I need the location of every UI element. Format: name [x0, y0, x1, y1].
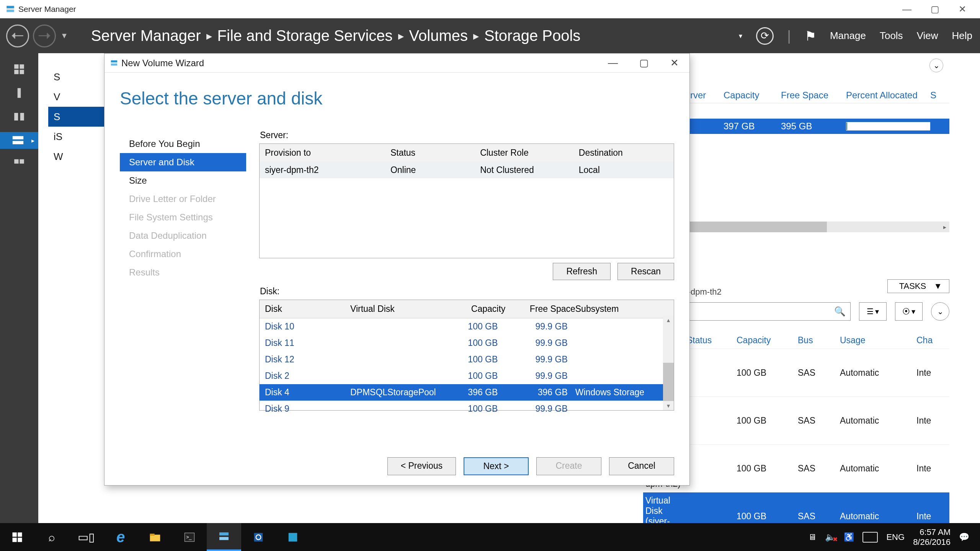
rail-more-icon[interactable] — [10, 156, 28, 173]
disk-scrollbar[interactable]: ▴ ▾ — [663, 315, 674, 410]
disk-row[interactable]: Disk 11100 GB99.9 GB — [260, 335, 674, 351]
scope-dropdown-icon[interactable]: ▾ — [739, 32, 742, 40]
tray-clock[interactable]: 6:57 AM 8/26/2016 — [913, 527, 951, 547]
menu-tools[interactable]: Tools — [880, 30, 903, 42]
rail-all-servers-icon[interactable] — [10, 108, 28, 125]
menu-help[interactable]: Help — [952, 30, 972, 42]
rail-local-server-icon[interactable] — [10, 85, 28, 101]
nav-dropdown-icon[interactable]: ▼ — [60, 31, 68, 40]
sh-role[interactable]: Cluster Role — [480, 148, 579, 158]
menu-manage[interactable]: Manage — [830, 30, 866, 42]
cancel-button[interactable]: Cancel — [609, 457, 674, 475]
server-manager-task-icon[interactable] — [207, 523, 241, 551]
tray-volume-icon[interactable]: 🔈✖ — [825, 532, 835, 542]
notifications-flag-icon[interactable]: ⚑ — [805, 28, 816, 44]
start-button[interactable] — [0, 523, 34, 551]
vd-col-bus[interactable]: Bus — [798, 335, 840, 346]
rescan-button[interactable]: Rescan — [617, 263, 674, 280]
tray-lang[interactable]: ENG — [886, 532, 905, 542]
tasks-dropdown[interactable]: TASKS ▼ — [887, 279, 949, 293]
sh-status[interactable]: Status — [390, 148, 480, 158]
close-button[interactable]: ✕ — [959, 4, 966, 15]
dh-vdisk[interactable]: Virtual Disk — [350, 304, 443, 314]
vdisk-row[interactable]: Virtual Disk (siyer-dpm-th2)100 GBSASAut… — [643, 492, 949, 523]
menu-view[interactable]: View — [917, 30, 938, 42]
dh-disk[interactable]: Disk — [265, 304, 350, 314]
wizard-minimize[interactable]: — — [608, 57, 618, 69]
wizard-maximize[interactable]: ▢ — [639, 57, 649, 69]
crumb-3[interactable]: Storage Pools — [484, 27, 580, 44]
vd-col-capacity[interactable]: Capacity — [737, 335, 798, 346]
explorer-icon[interactable] — [138, 523, 172, 551]
disk-row[interactable]: Disk 2100 GB99.9 GB — [260, 368, 674, 384]
crumb-0[interactable]: Server Manager — [91, 27, 201, 44]
tray-keyboard-icon[interactable] — [862, 532, 878, 543]
dh-sub[interactable]: Subsystem — [575, 304, 668, 314]
wizard-close[interactable]: ✕ — [670, 57, 679, 69]
svg-rect-10 — [13, 141, 23, 144]
taskview-button[interactable]: ▭▯ — [69, 523, 103, 551]
tray-network-icon[interactable]: 🖥 — [808, 532, 817, 542]
expand-icon[interactable]: ⌄ — [931, 302, 949, 321]
scroll-thumb[interactable] — [663, 363, 674, 401]
scroll-up-icon[interactable]: ▴ — [663, 315, 674, 324]
col-percent[interactable]: Percent Allocated — [846, 90, 930, 101]
pool-group-label: r-dpm-th2 — [647, 106, 946, 116]
disk-free: 396 GB — [505, 387, 575, 398]
filter-dropdown[interactable]: ⦿▾ — [895, 302, 923, 321]
dh-cap[interactable]: Capacity — [443, 304, 505, 314]
refresh-button[interactable]: Refresh — [553, 263, 611, 280]
refresh-icon[interactable]: ⟳ — [756, 27, 774, 45]
wizard-step[interactable]: Before You Begin — [120, 135, 246, 153]
crumb-2[interactable]: Volumes — [409, 27, 468, 44]
pool-free: 395 GB — [781, 121, 846, 132]
svg-rect-8 — [20, 113, 24, 121]
col-free[interactable]: Free Space — [781, 90, 846, 101]
vd-col-cha[interactable]: Cha — [916, 335, 947, 346]
disk-sub — [575, 371, 668, 381]
disk-grid[interactable]: Disk Virtual Disk Capacity Free Space Su… — [259, 300, 674, 411]
wizard-step[interactable]: Size — [120, 171, 246, 190]
col-s[interactable]: S — [930, 90, 946, 101]
tray-notifications-icon[interactable]: 💬 — [959, 532, 969, 542]
create-button[interactable]: Create — [536, 457, 601, 475]
disk-row[interactable]: Disk 9100 GB99.9 GB — [260, 401, 674, 414]
rail-file-storage-icon[interactable] — [0, 132, 38, 149]
server-row[interactable]: siyer-dpm-th2 Online Not Clustered Local — [260, 162, 674, 178]
sh-dest[interactable]: Destination — [579, 148, 668, 158]
vdisk-bus: SAS — [798, 463, 840, 474]
tray-access-icon[interactable]: ♿ — [844, 532, 854, 542]
dh-free[interactable]: Free Space — [505, 304, 575, 314]
task-app3-icon[interactable] — [276, 523, 310, 551]
vdisk-usage: Automatic — [840, 511, 916, 522]
back-button[interactable]: 🠐 — [6, 24, 29, 47]
vdisk-bus: SAS — [798, 511, 840, 522]
disk-row[interactable]: Disk 12100 GB99.9 GB — [260, 351, 674, 368]
vd-col-usage[interactable]: Usage — [840, 335, 916, 346]
vd-col-status[interactable]: Status — [687, 335, 737, 346]
collapse-icon[interactable]: ⌄ — [929, 59, 943, 72]
sh-provision[interactable]: Provision to — [265, 148, 390, 158]
wizard-heading: Select the server and disk — [105, 73, 689, 109]
scroll-down-icon[interactable]: ▾ — [663, 401, 674, 410]
disk-row[interactable]: Disk 4DPMSQLStoragePool396 GB396 GBWindo… — [260, 384, 674, 401]
server-grid[interactable]: Provision to Status Cluster Role Destina… — [259, 143, 674, 258]
crumb-1[interactable]: File and Storage Services — [217, 27, 393, 44]
minimize-button[interactable]: — — [902, 4, 911, 15]
col-capacity[interactable]: Capacity — [724, 90, 781, 101]
wizard-step: File System Settings — [120, 208, 246, 227]
disk-name: Disk 12 — [265, 354, 350, 365]
view-mode-dropdown[interactable]: ☰▾ — [859, 302, 887, 321]
wizard-step[interactable]: Server and Disk — [120, 153, 246, 171]
task-app2-icon[interactable] — [241, 523, 276, 551]
previous-button[interactable]: < Previous — [387, 457, 456, 475]
disk-row[interactable]: Disk 10100 GB99.9 GB — [260, 318, 674, 335]
next-button[interactable]: Next > — [464, 457, 529, 475]
ie-icon[interactable]: e — [103, 523, 138, 551]
forward-button[interactable]: 🠒 — [33, 24, 56, 47]
search-button[interactable]: ⌕ — [34, 523, 69, 551]
maximize-button[interactable]: ▢ — [931, 4, 939, 15]
rail-dashboard-icon[interactable] — [10, 61, 28, 78]
cmd-icon[interactable]: >_ — [172, 523, 207, 551]
tray-date: 8/26/2016 — [913, 537, 951, 547]
